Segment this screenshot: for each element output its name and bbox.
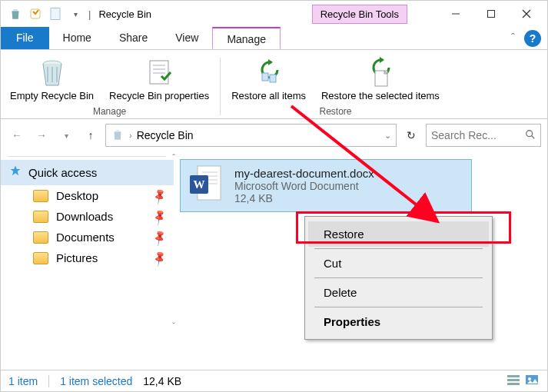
pin-icon: 📌 xyxy=(151,249,168,267)
status-size: 12,4 KB xyxy=(143,375,181,387)
doc-qat-icon[interactable] xyxy=(47,5,64,22)
folder-icon xyxy=(33,211,48,223)
ribbon: Empty Recycle Bin Recycle Bin properties… xyxy=(1,50,547,119)
back-button[interactable]: ← xyxy=(7,125,27,145)
restore-selected-icon xyxy=(366,56,395,90)
ribbon-group-restore: Restore all items Restore the selected i… xyxy=(222,55,449,118)
ribbon-group-manage-label: Manage xyxy=(93,103,126,118)
svg-rect-24 xyxy=(507,375,520,377)
quick-access-toolbar: ▾ xyxy=(4,5,84,22)
svg-point-14 xyxy=(526,130,533,136)
context-menu-restore[interactable]: Restore xyxy=(308,221,489,247)
recycle-bin-properties-label: Recycle Bin properties xyxy=(109,90,209,101)
sidebar-item-label: Desktop xyxy=(56,189,98,202)
title-separator: | xyxy=(88,8,91,20)
word-document-icon: W xyxy=(188,164,225,207)
restore-all-icon xyxy=(254,56,284,90)
quick-access-label: Quick access xyxy=(28,166,97,179)
file-details: my-dearest-document.docx Microsoft Word … xyxy=(234,167,374,204)
recent-locations-button[interactable]: ▾ xyxy=(56,125,76,145)
file-tab[interactable]: File xyxy=(1,27,49,49)
address-bar: ← → ▾ ↑ › Recycle Bin ⌄ ↻ Search Rec... xyxy=(1,119,547,151)
empty-recycle-bin-button[interactable]: Empty Recycle Bin xyxy=(5,55,98,103)
folder-icon xyxy=(33,252,48,264)
qat-dropdown-icon[interactable]: ▾ xyxy=(67,5,84,22)
svg-rect-3 xyxy=(488,11,495,18)
thumbnails-view-button[interactable] xyxy=(524,374,540,388)
sidebar-item-pictures[interactable]: Pictures 📌 xyxy=(1,247,174,268)
ribbon-group-restore-label: Restore xyxy=(320,103,352,118)
file-type: Microsoft Word Document xyxy=(234,180,374,192)
forward-button[interactable]: → xyxy=(32,125,51,145)
folder-icon xyxy=(33,231,48,244)
up-button[interactable]: ↑ xyxy=(81,125,101,145)
navigation-pane: ˆ Quick access Desktop 📌 Downloads 📌 Doc… xyxy=(1,151,174,332)
pin-icon: 📌 xyxy=(151,187,168,204)
context-tab-tools[interactable]: Recycle Bin Tools xyxy=(312,5,407,24)
pin-icon: 📌 xyxy=(151,208,168,225)
svg-rect-11 xyxy=(262,73,268,81)
close-button[interactable] xyxy=(509,2,544,25)
svg-point-28 xyxy=(528,377,531,380)
refresh-button[interactable]: ↻ xyxy=(401,125,421,145)
context-menu: Restore Cut Delete Properties xyxy=(304,216,493,340)
ribbon-group-manage: Empty Recycle Bin Recycle Bin properties… xyxy=(1,55,218,118)
address-field[interactable]: › Recycle Bin ⌄ xyxy=(105,124,397,147)
window-controls xyxy=(438,2,544,25)
context-menu-cut[interactable]: Cut xyxy=(308,251,489,276)
minimize-button[interactable] xyxy=(438,2,473,25)
manage-tab[interactable]: Manage xyxy=(212,27,281,49)
context-menu-properties[interactable]: Properties xyxy=(308,309,489,334)
window-title: Recycle Bin xyxy=(98,8,151,20)
status-item-count: 1 item xyxy=(8,375,38,387)
svg-rect-26 xyxy=(507,383,520,385)
recycle-bin-small-icon xyxy=(111,128,125,144)
svg-rect-12 xyxy=(270,75,276,82)
chevron-right-icon[interactable]: › xyxy=(129,131,132,140)
search-icon xyxy=(525,129,536,142)
restore-selected-items-label: Restore the selected items xyxy=(321,90,440,101)
svg-rect-25 xyxy=(507,379,520,381)
file-name: my-dearest-document.docx xyxy=(234,167,374,180)
home-tab[interactable]: Home xyxy=(49,27,105,49)
status-selected-count: 1 item selected xyxy=(60,375,132,387)
sidebar-item-label: Downloads xyxy=(56,210,113,223)
recycle-bin-icon[interactable] xyxy=(7,5,24,22)
search-input[interactable]: Search Rec... xyxy=(426,124,541,147)
sidebar-item-desktop[interactable]: Desktop 📌 xyxy=(1,185,174,206)
sidebar-item-label: Pictures xyxy=(56,251,98,264)
help-button[interactable]: ? xyxy=(524,30,541,47)
sidebar-item-quick-access[interactable]: Quick access xyxy=(1,160,174,185)
properties-icon xyxy=(145,56,173,90)
title-bar: ▾ | Recycle Bin Recycle Bin Tools xyxy=(1,1,547,27)
maximize-button[interactable] xyxy=(473,2,509,25)
recycle-bin-properties-button[interactable]: Recycle Bin properties xyxy=(105,55,214,103)
svg-rect-1 xyxy=(51,8,60,20)
svg-text:W: W xyxy=(194,178,205,191)
sidebar-item-downloads[interactable]: Downloads 📌 xyxy=(1,206,174,227)
file-size: 12,4 KB xyxy=(234,192,374,204)
share-tab[interactable]: Share xyxy=(105,27,161,49)
properties-qat-icon[interactable] xyxy=(27,5,44,22)
restore-selected-items-button[interactable]: Restore the selected items xyxy=(317,55,444,103)
status-bar: 1 item 1 item selected 12,4 KB xyxy=(1,370,547,391)
restore-all-items-label: Restore all items xyxy=(231,90,306,101)
svg-line-15 xyxy=(532,135,535,138)
file-item[interactable]: W my-dearest-document.docx Microsoft Wor… xyxy=(180,159,472,212)
details-view-button[interactable] xyxy=(506,374,521,388)
ribbon-tabs: File Home Share View Manage ˆ ? xyxy=(1,27,547,50)
empty-recycle-bin-label: Empty Recycle Bin xyxy=(10,90,94,101)
breadcrumb[interactable]: Recycle Bin xyxy=(137,129,194,141)
context-menu-delete[interactable]: Delete xyxy=(308,280,489,305)
restore-all-items-button[interactable]: Restore all items xyxy=(227,55,311,103)
pin-icon: 📌 xyxy=(151,228,168,246)
sidebar-item-documents[interactable]: Documents 📌 xyxy=(1,227,174,247)
address-dropdown-icon[interactable]: ⌄ xyxy=(384,131,391,141)
sidebar-item-label: Documents xyxy=(56,231,115,244)
collapse-ribbon-icon[interactable]: ˆ xyxy=(505,27,521,49)
svg-rect-7 xyxy=(150,61,168,84)
search-placeholder: Search Rec... xyxy=(431,129,497,141)
folder-icon xyxy=(33,190,48,202)
star-icon xyxy=(8,164,22,181)
view-tab[interactable]: View xyxy=(161,27,212,49)
